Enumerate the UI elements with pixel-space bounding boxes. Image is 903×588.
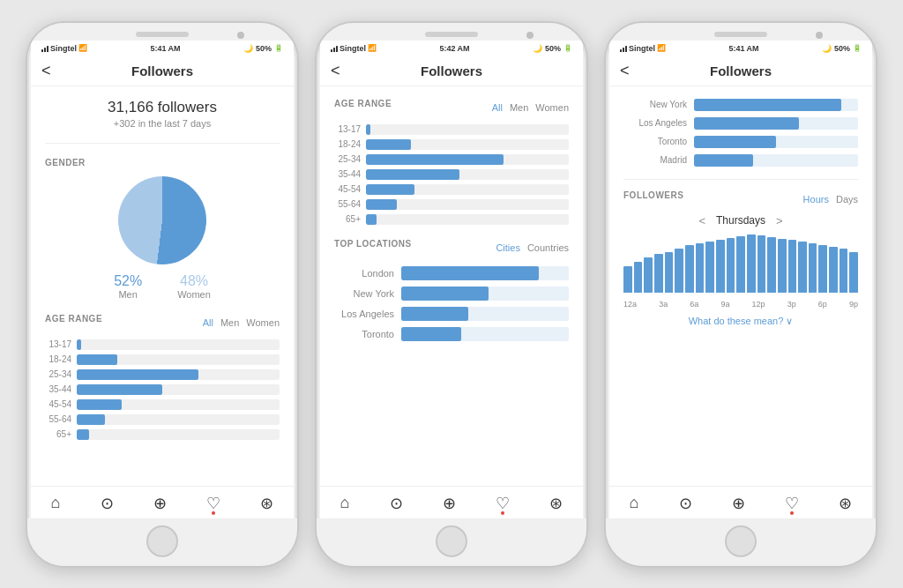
bar-chart-bar xyxy=(696,243,705,293)
time-label-6a: 6a xyxy=(690,300,698,309)
countries-filter[interactable]: Countries xyxy=(527,242,569,253)
profile-nav-2[interactable]: ⊛ xyxy=(549,494,563,513)
prev-day-button[interactable]: < xyxy=(698,214,705,227)
wifi-icon-3: 📶 xyxy=(657,44,666,52)
followers-bar-chart xyxy=(623,234,858,296)
status-right-2: 🌙 50% 🔋 xyxy=(533,44,572,53)
bottom-nav-3: ⌂ ⊙ ⊕ ♡ ⊛ xyxy=(609,486,872,518)
age-bar-row: 35-44 xyxy=(334,169,569,180)
back-button-2[interactable]: < xyxy=(331,62,340,80)
bar-chart-bar xyxy=(788,240,797,293)
locations-header: TOP LOCATIONS Cities Countries xyxy=(334,239,569,257)
age-bar-track xyxy=(366,199,569,210)
time-filter: Hours Days xyxy=(803,194,858,205)
women-label: Women xyxy=(177,289,211,300)
home-nav-3[interactable]: ⌂ xyxy=(630,494,639,512)
pie-container: 52% Men 48% Women xyxy=(45,176,280,300)
home-button-2[interactable] xyxy=(436,525,467,557)
city-label: New York xyxy=(623,100,687,109)
home-nav-1[interactable]: ⌂ xyxy=(51,494,61,512)
days-filter[interactable]: Days xyxy=(836,194,858,205)
city-bars: New York Los Angeles Toronto Madrid xyxy=(623,99,858,167)
top-locations-section: TOP LOCATIONS Cities Countries London Ne… xyxy=(334,239,569,341)
bar-chart-bar xyxy=(757,235,766,293)
home-button-1[interactable] xyxy=(146,525,178,557)
add-nav-1[interactable]: ⊕ xyxy=(153,494,167,513)
signal-bar xyxy=(333,48,335,52)
age-range-label-2: AGE RANGE xyxy=(334,99,392,108)
heart-nav-1[interactable]: ♡ xyxy=(206,494,220,513)
phone-camera-1 xyxy=(237,32,244,39)
gender-men: 52% Men xyxy=(114,273,142,300)
age-bar-track xyxy=(77,414,280,425)
heart-nav-3[interactable]: ♡ xyxy=(785,494,799,513)
age-filter-men-2[interactable]: Men xyxy=(510,102,528,113)
bar-chart-bar xyxy=(634,262,643,293)
city-fill xyxy=(694,154,753,167)
age-bar-row: 55-64 xyxy=(334,199,569,210)
home-nav-2[interactable]: ⌂ xyxy=(340,494,350,512)
next-day-button[interactable]: > xyxy=(776,214,783,227)
age-bar-label: 13-17 xyxy=(45,339,71,349)
back-button-3[interactable]: < xyxy=(620,62,630,80)
age-filter-row-2: AGE RANGE All Men Women xyxy=(334,99,569,117)
back-button-1[interactable]: < xyxy=(41,62,51,80)
moon-icon-2: 🌙 xyxy=(533,44,542,53)
women-pct: 48% xyxy=(177,273,211,289)
page-title-2: Followers xyxy=(421,63,482,78)
signal-bar xyxy=(41,49,43,52)
city-label: Madrid xyxy=(623,155,687,165)
age-filter-women-1[interactable]: Women xyxy=(246,317,280,328)
search-nav-3[interactable]: ⊙ xyxy=(679,494,692,513)
profile-nav-1[interactable]: ⊛ xyxy=(260,494,273,513)
age-filter-women-2[interactable]: Women xyxy=(535,102,569,113)
search-nav-1[interactable]: ⊙ xyxy=(101,494,114,513)
bar-chart-labels: 12a 3a 6a 9a 12p 3p 6p 9p xyxy=(623,300,858,309)
screen-content-2: AGE RANGE All Men Women 13-17 18-24 25-3… xyxy=(320,86,583,486)
phone-home-area-2 xyxy=(317,518,586,566)
age-bar-row: 25-34 xyxy=(45,369,280,380)
city-track xyxy=(694,117,858,130)
moon-icon-3: 🌙 xyxy=(822,44,832,53)
gender-label: GENDER xyxy=(45,158,280,167)
time-label-6p: 6p xyxy=(818,300,827,309)
add-nav-3[interactable]: ⊕ xyxy=(732,494,745,513)
add-nav-2[interactable]: ⊕ xyxy=(443,494,456,513)
men-label: Men xyxy=(114,289,142,300)
age-bar-track xyxy=(77,339,280,350)
phone-2: Singtel 📶 5:42 AM 🌙 50% 🔋 < Followers AG… xyxy=(315,21,588,568)
age-bar-track xyxy=(366,154,569,165)
day-nav: < Thursdays > xyxy=(623,214,858,227)
location-bar-row: London xyxy=(334,266,569,280)
age-range-label-1: AGE RANGE xyxy=(45,314,102,324)
age-bar-track xyxy=(77,384,280,395)
profile-nav-3[interactable]: ⊛ xyxy=(839,494,852,513)
nav-header-1: < Followers xyxy=(31,56,294,86)
bar-chart-bar xyxy=(623,266,632,293)
home-button-3[interactable] xyxy=(725,525,757,557)
signal-bar xyxy=(620,49,622,52)
bar-chart-bar xyxy=(685,245,694,293)
city-bar-row: New York xyxy=(623,99,858,111)
city-bar-row: Los Angeles xyxy=(623,117,858,130)
age-filter-all-1[interactable]: All xyxy=(203,317,213,328)
city-bar-row: Toronto xyxy=(623,136,858,148)
phone-top-bar-2 xyxy=(317,23,586,41)
page-title-3: Followers xyxy=(710,63,772,78)
phone-top-bar-1 xyxy=(27,23,297,41)
phone-top-bar-3 xyxy=(606,23,876,41)
what-mean-link[interactable]: What do these mean? ∨ xyxy=(623,316,858,327)
hours-filter[interactable]: Hours xyxy=(803,194,829,205)
age-filter-all-2[interactable]: All xyxy=(492,102,503,113)
heart-nav-2[interactable]: ♡ xyxy=(496,494,510,513)
screen-content-1: 31,166 followers +302 in the last 7 days… xyxy=(31,86,294,486)
location-label: Toronto xyxy=(334,329,394,339)
cities-filter[interactable]: Cities xyxy=(496,242,520,253)
pie-chart xyxy=(118,176,206,264)
status-left-3: Singtel 📶 xyxy=(620,44,666,53)
age-filter-men-1[interactable]: Men xyxy=(220,317,239,328)
location-fill xyxy=(401,327,461,341)
age-bar-row: 65+ xyxy=(334,214,569,225)
search-nav-2[interactable]: ⊙ xyxy=(390,494,403,513)
bottom-nav-1: ⌂ ⊙ ⊕ ♡ ⊛ xyxy=(31,486,294,518)
